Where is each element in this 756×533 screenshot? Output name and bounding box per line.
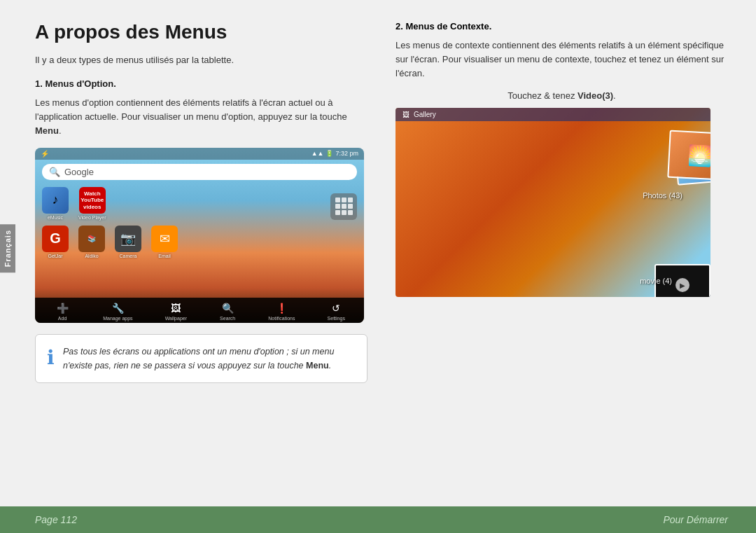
time-display: 7:32 pm [335,150,358,157]
getjar-label: GetJar [48,254,62,258]
gallery-folder-icon: 🖼 [402,111,410,118]
settings-nav-icon: ↺ [328,301,344,315]
android-status-bar: ⚡ ▲▲ 🔋 7:32 pm [35,148,364,160]
app-getjar[interactable]: G GetJar [42,226,69,258]
aldiko-label: Aldiko [85,254,98,258]
battery-icon: 🔋 [326,150,333,157]
nav-settings[interactable]: ↺ Settings [328,301,345,321]
section2-text: Les menus de contexte contiennent des él… [396,39,728,81]
footer: Page 112 Pour Démarrer [0,506,756,533]
wifi-icon: ▲▲ [312,150,324,157]
info-icon: ℹ [47,346,55,373]
page-container: A propos des Menus Il y a deux types de … [0,0,756,533]
app-youtube[interactable]: WatchYouTubevideos Video Player [78,187,106,220]
search-hint: Google [64,167,94,177]
status-left: ⚡ [41,150,49,158]
apps-row-1: ♪ eMusic WatchYouTubevideos Video Player [35,184,364,223]
android-search-bar[interactable]: 🔍 Google [42,164,357,180]
youtube-label: Video Player [78,215,106,220]
android-screen-mockup: ⚡ ▲▲ 🔋 7:32 pm 🔍 Google ♪ e [35,148,364,323]
main-content: A propos des Menus Il y a deux types de … [0,0,756,506]
language-tab: Français [0,224,15,272]
nav-wallpaper-label: Wallpaper [165,316,187,321]
photos-label: Photos (43) [643,191,682,200]
right-column: 2. Menus de Contexte. Les menus de conte… [396,21,728,492]
section1-heading: 1. Menus d'Option. [35,78,368,89]
app-email[interactable]: ✉ Email [151,226,178,258]
nav-manage-apps[interactable]: 🔧 Manage apps [103,301,132,321]
manage-apps-nav-icon: 🔧 [109,301,126,315]
touch-instruction: Touchez & tenez Video(3). [396,90,728,101]
nav-search-label: Search [220,316,235,321]
notifications-nav-icon: ❗ [273,301,290,315]
footer-label: Pour Démarrer [663,514,728,525]
page-title: A propos des Menus [35,21,368,43]
youtube-icon: WatchYouTubevideos [79,187,106,214]
info-box: ℹ Pas tous les écrans ou applications on… [35,334,368,383]
nav-add[interactable]: ➕ Add [54,301,71,321]
search-icon: 🔍 [49,167,60,177]
emusic-label: eMusic [48,215,63,220]
nav-settings-label: Settings [328,316,345,321]
gallery-screen: 🖼 Gallery 🌅 Photos (43) ▶ [396,108,710,297]
movie-label: movie (4) [640,277,672,285]
gallery-title: Gallery [414,111,436,118]
footer-page-number: Page 112 [35,514,77,525]
android-nav-bar: ➕ Add 🔧 Manage apps 🖼 Wallpaper 🔍 Search [35,298,364,323]
email-icon: ✉ [151,226,178,252]
usb-icon: ⚡ [41,150,49,158]
app-emusic[interactable]: ♪ eMusic [42,187,69,220]
intro-text: Il y a deux types de menus utilisés par … [35,53,368,67]
add-nav-icon: ➕ [54,301,71,315]
aldiko-icon: 📚 [78,226,105,252]
getjar-icon: G [42,226,69,252]
nav-add-label: Add [58,316,66,321]
nav-notifications[interactable]: ❗ Notifications [268,301,295,321]
nav-wallpaper[interactable]: 🖼 Wallpaper [165,301,187,321]
status-right: ▲▲ 🔋 7:32 pm [312,150,358,157]
camera-icon: 📷 [115,226,141,252]
section2-heading: 2. Menus de Contexte. [396,21,728,32]
photo-card-front: 🌅 [667,130,710,181]
left-column: A propos des Menus Il y a deux types de … [35,21,368,492]
gallery-title-bar: 🖼 Gallery [396,108,710,121]
grid-icon [330,193,357,220]
wallpaper-nav-icon: 🖼 [167,301,184,315]
camera-label: Camera [120,254,137,258]
info-box-text: Pas tous les écrans ou applications ont … [63,345,356,373]
emusic-icon: ♪ [42,187,69,214]
search-nav-icon: 🔍 [219,301,236,315]
app-grid[interactable] [330,193,357,220]
grid-dots [331,193,357,219]
nav-manage-label: Manage apps [103,316,132,321]
gallery-content: 🌅 Photos (43) ▶ movie (4) [396,121,710,292]
section1-text: Les menus d'option contiennent des éléme… [35,96,368,138]
nav-notifications-label: Notifications [268,316,295,321]
apps-row-2: G GetJar 📚 Aldiko 📷 Camera ✉ Email [35,223,364,261]
nav-search[interactable]: 🔍 Search [219,301,236,321]
email-label: Email [158,254,171,258]
video-bold: Video(3) [578,90,613,101]
play-button-icon: ▶ [676,278,690,292]
app-camera[interactable]: 📷 Camera [115,226,141,258]
app-aldiko[interactable]: 📚 Aldiko [78,226,105,258]
